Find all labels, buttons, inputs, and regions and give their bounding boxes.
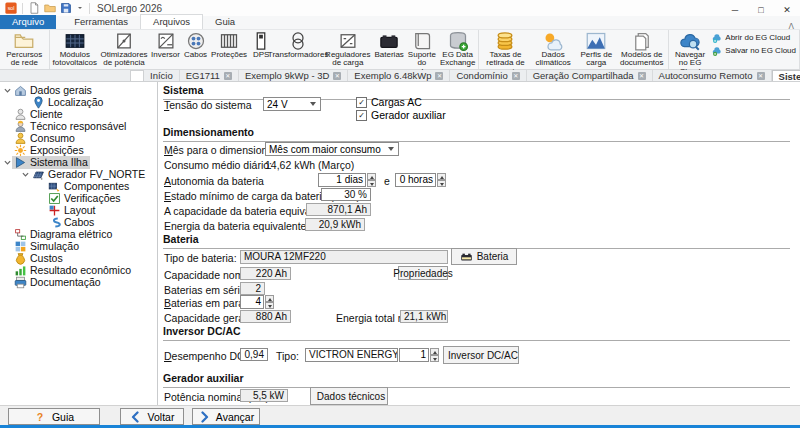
ribbon-tab-guia[interactable]: Guia xyxy=(203,15,247,29)
ribbon-group-eg-cloud: Navegar no EG CloudAbrir do EG CloudSalv… xyxy=(669,30,800,69)
spin-down-icon[interactable] xyxy=(437,180,446,187)
dados-tecnicos-button[interactable]: Dados técnicos xyxy=(310,387,388,405)
close-tab-icon[interactable]: ✕ xyxy=(224,72,232,80)
close-icon[interactable]: ✕ xyxy=(774,0,800,20)
ribbon-tab-arquivos[interactable]: Arquivos xyxy=(140,14,203,29)
collapse-ribbon-icon[interactable]: ᐱ xyxy=(789,22,794,31)
ribbon-tab-arquivo[interactable]: Arquivo xyxy=(0,15,56,29)
tree-item-gerador-fv-norte[interactable]: Gerador FV_NORTE xyxy=(0,168,157,180)
autonomia-dias-spinner[interactable]: 1 dias xyxy=(318,173,376,187)
ribbon-button-dados-climaticos[interactable]: Dados climáticos xyxy=(530,30,575,69)
ribbon-button-perfis-de-carga[interactable]: Perfis de carga xyxy=(576,30,617,69)
doc-tab-inicio[interactable]: Início xyxy=(144,70,180,81)
tree-item-custos[interactable]: Custos xyxy=(0,252,157,264)
gerador-auxiliar-checkbox[interactable]: ✓ Gerador auxiliar xyxy=(356,109,446,121)
doc-tab-condominio[interactable]: Condomínio✕ xyxy=(450,70,526,81)
bateria-button[interactable]: Bateria xyxy=(451,248,517,265)
inversor-quantidade-spinner[interactable]: 1 xyxy=(399,348,439,362)
ribbon-button-percursos-de-rede[interactable]: Percursos de rede xyxy=(1,30,48,69)
ribbon-button-otimizadores-de-potencia[interactable]: Otimizadores de potência xyxy=(99,30,149,69)
guia-button[interactable]: ? Guia xyxy=(8,408,100,425)
tree-item-tecnico-responsavel[interactable]: Técnico responsável xyxy=(0,120,157,132)
ribbon-button-salvar-no-eg-cloud[interactable]: Salvar no EG Cloud xyxy=(712,46,796,57)
tree-item-documentacao[interactable]: Documentação xyxy=(0,276,157,288)
spinner-arrows[interactable] xyxy=(430,348,439,362)
spin-up-icon[interactable] xyxy=(265,295,274,302)
tree-item-diagrama-eletrico[interactable]: Diagrama elétrico xyxy=(0,228,157,240)
doc-tab-eg1711[interactable]: EG1711✕ xyxy=(180,70,239,81)
close-tab-icon[interactable]: ✕ xyxy=(512,72,520,80)
doc-tab-sistema-ilha[interactable]: Sistema ilha✕ xyxy=(772,70,800,81)
close-tab-icon[interactable]: ✕ xyxy=(757,72,765,80)
spin-up-icon[interactable] xyxy=(367,173,376,180)
ribbon-button-label: Percursos de rede xyxy=(3,51,46,68)
tree-expander-icon[interactable] xyxy=(2,159,12,166)
tree-item-resultado-economico[interactable]: Resultado econômico xyxy=(0,264,157,276)
spin-down-icon[interactable] xyxy=(265,302,274,309)
spinner-arrows[interactable] xyxy=(265,295,274,309)
close-tab-icon[interactable]: ✕ xyxy=(333,72,341,80)
soc-input[interactable]: 30 % xyxy=(321,188,371,201)
tree-item-simulacao[interactable]: Simulação xyxy=(0,240,157,252)
new-document-icon[interactable] xyxy=(28,2,40,14)
save-icon[interactable] xyxy=(60,2,72,14)
doc-tab-exemplo-6-48kwp[interactable]: Exemplo 6.48kWp✕ xyxy=(348,70,450,81)
ribbon-button-cabos[interactable]: Cabos xyxy=(182,30,209,60)
ribbon-tab-ferramentas[interactable]: Ferramentas xyxy=(62,15,140,29)
maximize-icon[interactable]: □ xyxy=(748,0,774,20)
cargas-ac-checkbox[interactable]: ✓ Cargas AC xyxy=(356,96,422,108)
ribbon-button-reguladores-de-carga[interactable]: Reguladores de carga xyxy=(323,30,372,69)
minimize-icon[interactable]: ─ xyxy=(722,0,748,20)
tree-expander-icon[interactable] xyxy=(2,87,12,94)
ribbon-button-protecoes[interactable]: Proteções xyxy=(209,30,249,60)
ribbon-button-inversor[interactable]: Inversor xyxy=(149,30,182,60)
spinner-arrows[interactable] xyxy=(367,173,376,187)
ribbon-button-baterias[interactable]: Baterias xyxy=(372,30,405,60)
propriedades-button[interactable]: Propriedades xyxy=(398,266,448,280)
tree-expander-icon[interactable] xyxy=(20,171,30,178)
baterias-paralelo-spinner[interactable]: 4 xyxy=(240,295,274,309)
blank-tab[interactable] xyxy=(130,70,144,81)
doc-tab-exemplo-9kwp-3d[interactable]: Exemplo 9kWp - 3D✕ xyxy=(239,70,348,81)
spin-up-icon[interactable] xyxy=(430,348,439,355)
close-tab-icon[interactable]: ✕ xyxy=(435,72,443,80)
voltar-button[interactable]: Voltar xyxy=(120,408,184,425)
spin-down-icon[interactable] xyxy=(367,180,376,187)
tree-item-verificacoes[interactable]: Verificações xyxy=(0,192,157,204)
tipo-bateria-label: Tipo de bateria: xyxy=(164,252,237,264)
doc-tab-geracao-compartilhada[interactable]: Geração Compartilhada✕ xyxy=(527,70,653,81)
ribbon-button-modulos-fotovoltaicos[interactable]: Módulos fotovoltaicos xyxy=(51,30,99,69)
tensao-sistema-combo[interactable]: 24 V xyxy=(263,97,321,111)
ribbon-button-abrir-do-eg-cloud[interactable]: Abrir do EG Cloud xyxy=(712,33,796,44)
tree-item-sistema-ilha[interactable]: Sistema Ilha xyxy=(0,156,157,168)
tree-item-exposicoes[interactable]: Exposições xyxy=(0,144,157,156)
ribbon-button-eg-data-exchange[interactable]: EG Data Exchange xyxy=(438,30,478,69)
checkbox-checked-icon: ✓ xyxy=(356,97,367,108)
doc-tab-autoconsumo-remoto[interactable]: Autoconsumo Remoto✕ xyxy=(653,70,772,81)
close-tab-icon[interactable]: ✕ xyxy=(638,72,646,80)
window-title: SOLergo 2026 xyxy=(97,3,162,14)
spinner-arrows[interactable] xyxy=(437,173,446,187)
tree-item-localizacao[interactable]: Localização xyxy=(0,96,157,108)
tree-item-consumo[interactable]: Consumo xyxy=(0,132,157,144)
avancar-button[interactable]: Avançar xyxy=(192,408,260,425)
tree-item-cabos[interactable]: Cabos xyxy=(0,216,157,228)
coins-icon xyxy=(495,31,515,51)
spin-down-icon[interactable] xyxy=(430,355,439,362)
desempenho-input[interactable]: 0,94 xyxy=(240,348,268,361)
open-folder-icon[interactable] xyxy=(44,2,56,14)
spin-up-icon[interactable] xyxy=(437,173,446,180)
inversor-tipo-combo[interactable]: VICTRON ENERGY 24/8000/200-100 xyxy=(305,348,398,362)
tree-item-cliente[interactable]: Cliente xyxy=(0,108,157,120)
tree-item-layout[interactable]: Layout xyxy=(0,204,157,216)
tree-item-dados-gerais[interactable]: Dados gerais xyxy=(0,84,157,96)
inversor-dcac-button[interactable]: Inversor DC/AC xyxy=(443,346,519,364)
tree-item-componentes[interactable]: Componentes xyxy=(0,180,157,192)
quick-access-caret-icon[interactable] xyxy=(76,2,84,14)
mes-dimensionamento-combo[interactable]: Mês com maior consumo xyxy=(265,142,399,156)
autonomia-horas-spinner[interactable]: 0 horas xyxy=(395,173,446,187)
doc-tab-label: Sistema ilha xyxy=(779,71,800,82)
e-label: e xyxy=(384,175,390,187)
inverter-icon xyxy=(156,31,176,51)
ribbon-button-transformadores[interactable]: Transformadores xyxy=(273,30,323,60)
